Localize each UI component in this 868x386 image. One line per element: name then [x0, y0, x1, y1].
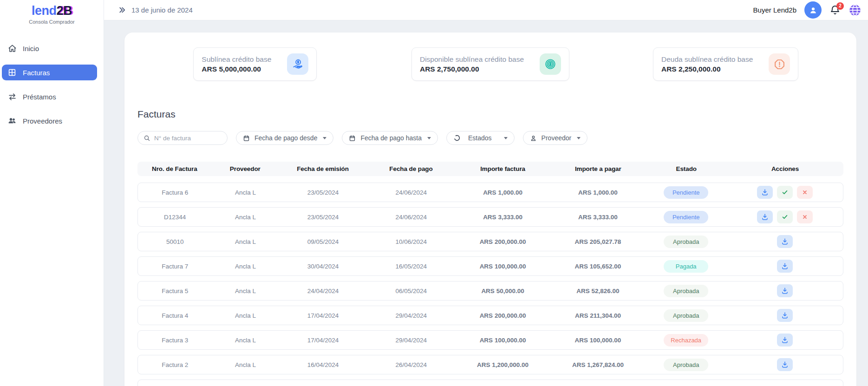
- reject-button[interactable]: [797, 186, 813, 199]
- status-badge: Aprobada: [664, 236, 708, 248]
- status-badge: Rechazada: [664, 334, 708, 347]
- status-circle-icon: [453, 134, 461, 142]
- pay-date-cell: 24/06/2024: [367, 214, 455, 221]
- download-button[interactable]: [777, 358, 793, 371]
- chevron-down-icon: [323, 137, 326, 139]
- column-header: Proveedor: [212, 165, 279, 172]
- logo-text-secondary: 2B: [57, 4, 72, 18]
- approve-icon: [782, 214, 788, 220]
- globe-icon: [848, 4, 861, 17]
- table-row: Factura 4Ancla L17/04/202429/04/2024ARS …: [137, 306, 843, 325]
- sidebar: lend2B Consola Comprador Inicio Facturas…: [0, 0, 104, 386]
- supplier-cell: Ancla L: [212, 189, 279, 196]
- person-icon: [530, 135, 537, 142]
- sidebar-item-inicio[interactable]: Inicio: [2, 40, 97, 56]
- download-button[interactable]: [777, 334, 793, 347]
- search-icon: [144, 135, 150, 142]
- payable-amount-cell: ARS 1,000.00: [550, 189, 646, 196]
- issue-date-cell: 23/05/2024: [279, 189, 367, 196]
- invoice-amount-cell: ARS 1,200,000.00: [455, 361, 550, 368]
- filter-date-to[interactable]: Fecha de pago hasta: [342, 131, 438, 145]
- loans-transfer-icon: [7, 92, 17, 101]
- download-icon: [781, 312, 789, 319]
- card-credit-subline: Sublínea crédito base ARS 5,000,000.00: [193, 47, 317, 81]
- invoice-amount-cell: ARS 100,000.00: [455, 263, 550, 270]
- main-content: Sublínea crédito base ARS 5,000,000.00 D…: [104, 20, 868, 386]
- language-button[interactable]: [848, 4, 861, 17]
- supplier-cell: Ancla L: [212, 312, 279, 319]
- filter-states[interactable]: Estados: [446, 131, 515, 145]
- double-chevron-right-icon[interactable]: [118, 6, 126, 14]
- card-title: Sublínea crédito base: [202, 55, 271, 64]
- status-cell: Aprobada: [646, 359, 727, 371]
- download-button[interactable]: [757, 210, 773, 223]
- table-row: Factura 6Ancla L23/05/202424/06/2024ARS …: [137, 183, 843, 202]
- filters-bar: Fecha de pago desde Fecha de pago hasta …: [137, 131, 843, 145]
- table-row: Factura 3Ancla L17/04/202429/04/2024ARS …: [137, 330, 843, 350]
- invoice-search[interactable]: [137, 131, 228, 145]
- status-badge: Aprobada: [664, 359, 708, 371]
- payable-amount-cell: ARS 211,304.00: [550, 312, 646, 319]
- pay-date-cell: 26/04/2024: [367, 361, 455, 368]
- download-button[interactable]: [757, 186, 773, 199]
- topbar: 13 de junio de 2024 Buyer Lend2b 2: [104, 0, 868, 20]
- current-date: 13 de junio de 2024: [131, 6, 193, 14]
- hand-coin-icon: [287, 53, 308, 75]
- download-icon: [761, 213, 769, 221]
- card-value: ARS 5,000,000.00: [202, 65, 271, 73]
- status-cell: Rechazada: [646, 334, 727, 347]
- sidebar-item-prestamos[interactable]: Préstamos: [2, 89, 97, 105]
- invoice-amount-cell: ARS 50,000.00: [455, 288, 550, 294]
- actions-cell: [726, 186, 842, 199]
- calendar-icon: [349, 135, 356, 142]
- table-row: Factura 2Ancla L16/04/202426/04/2024ARS …: [137, 355, 843, 374]
- approve-button[interactable]: [777, 186, 793, 199]
- notifications-button[interactable]: 2: [829, 5, 841, 16]
- supplier-cell: Ancla L: [212, 263, 279, 270]
- download-button[interactable]: [777, 284, 793, 297]
- card-available-subline: Disponible sublínea crédito base ARS 2,7…: [411, 47, 569, 81]
- issue-date-cell: 17/04/2024: [279, 312, 367, 319]
- filter-label: Proveedor: [542, 134, 572, 142]
- invoice-amount-cell: ARS 3,333.00: [455, 214, 550, 221]
- filter-supplier[interactable]: Proveedor: [523, 131, 588, 145]
- download-icon: [781, 287, 789, 294]
- download-button[interactable]: [777, 309, 793, 322]
- invoice-amount-cell: ARS 200,000.00: [455, 238, 550, 245]
- page-title: Facturas: [137, 109, 843, 120]
- user-avatar-icon[interactable]: [804, 1, 822, 19]
- reject-button[interactable]: [797, 210, 813, 223]
- download-icon: [781, 336, 789, 344]
- status-badge: Aprobada: [664, 309, 708, 322]
- chevron-down-icon: [504, 137, 508, 139]
- payable-amount-cell: ARS 100,000.00: [550, 337, 646, 344]
- table-row: Factura 7Ancla L30/04/202416/05/2024ARS …: [137, 256, 843, 276]
- table-row: D12344Ancla L23/05/202424/06/2024ARS 3,3…: [137, 207, 843, 227]
- issue-date-cell: 30/04/2024: [279, 263, 367, 270]
- sidebar-item-proveedores[interactable]: Proveedores: [2, 113, 97, 129]
- table-row: Factura 5Ancla L24/04/202406/05/2024ARS …: [137, 281, 843, 301]
- search-input[interactable]: [154, 135, 215, 142]
- sidebar-item-facturas[interactable]: Facturas: [2, 65, 97, 80]
- status-cell: Aprobada: [646, 285, 727, 297]
- invoice-number-cell: D12344: [138, 214, 212, 221]
- download-button[interactable]: [777, 260, 793, 273]
- invoice-amount-cell: ARS 100,000.00: [455, 337, 550, 344]
- download-button[interactable]: [777, 235, 793, 248]
- supplier-cell: Ancla L: [212, 361, 279, 368]
- status-badge: Pendiente: [664, 186, 708, 199]
- pay-date-cell: 29/04/2024: [367, 337, 455, 344]
- column-header: Importe a pagar: [550, 165, 646, 172]
- actions-cell: [726, 358, 842, 371]
- issue-date-cell: 23/05/2024: [279, 214, 367, 221]
- card-title: Deuda sublínea crédito base: [661, 55, 753, 64]
- approve-button[interactable]: [777, 210, 793, 223]
- reject-icon: [802, 214, 808, 220]
- content-panel: Sublínea crédito base ARS 5,000,000.00 D…: [124, 33, 856, 386]
- table-row-partial: [137, 379, 843, 386]
- download-icon: [781, 361, 789, 368]
- status-cell: Aprobada: [646, 236, 727, 248]
- issue-date-cell: 09/05/2024: [279, 238, 367, 245]
- invoice-number-cell: Factura 6: [138, 189, 212, 196]
- filter-date-from[interactable]: Fecha de pago desde: [236, 131, 333, 145]
